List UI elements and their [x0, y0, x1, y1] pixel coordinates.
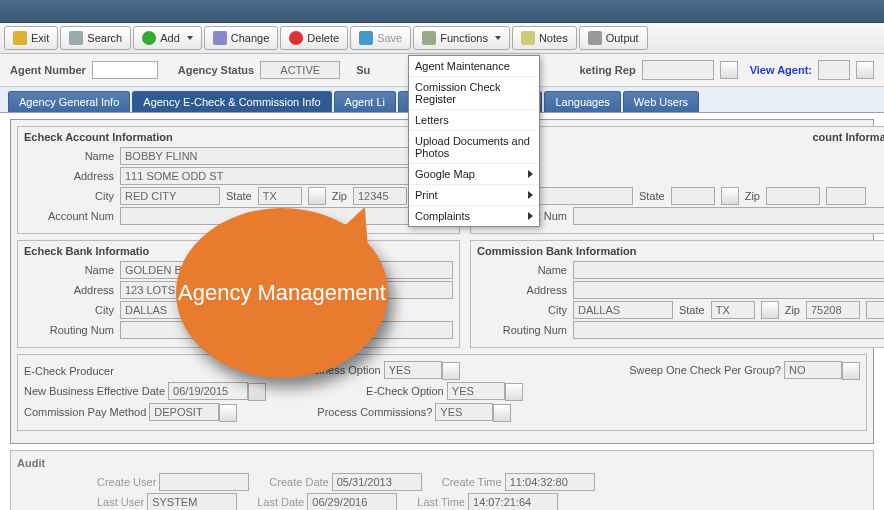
exit-button[interactable]: Exit — [4, 26, 58, 50]
menu-item-label: Comission Check Register — [415, 81, 533, 105]
search-label: Search — [87, 32, 122, 44]
process-comm-label: Process Commissions? — [317, 406, 432, 418]
notes-button[interactable]: Notes — [512, 26, 577, 50]
comm-account-state[interactable] — [671, 187, 715, 205]
chevron-down-icon[interactable] — [842, 362, 860, 380]
chevron-down-icon[interactable] — [442, 362, 460, 380]
menu-complaints[interactable]: Complaints — [409, 206, 539, 226]
chevron-down-icon[interactable] — [505, 383, 523, 401]
newbiz-option-select[interactable] — [384, 361, 442, 379]
chevron-down-icon — [187, 36, 193, 40]
tab-agency-general[interactable]: Agency General Info — [8, 91, 130, 112]
change-icon — [213, 31, 227, 45]
echeck-account-zip[interactable] — [353, 187, 407, 205]
last-user-label: Last User — [97, 496, 144, 508]
echeck-option-select[interactable] — [447, 382, 505, 400]
chevron-down-icon[interactable] — [720, 61, 738, 79]
city-label: City — [24, 190, 114, 202]
chevron-right-icon — [528, 212, 533, 220]
tab-agent-li[interactable]: Agent Li — [334, 91, 396, 112]
audit-title: Audit — [17, 457, 867, 469]
change-label: Change — [231, 32, 270, 44]
menu-agent-maintenance[interactable]: Agent Maintenance — [409, 56, 539, 77]
comm-bank-state[interactable] — [711, 301, 755, 319]
menu-commission-check-register[interactable]: Comission Check Register — [409, 77, 539, 110]
comm-bank-name[interactable] — [573, 261, 884, 279]
commission-bank-group: Commission Bank Information Name Address… — [470, 240, 884, 348]
create-date-value — [332, 473, 422, 491]
last-date-label: Last Date — [257, 496, 304, 508]
agent-number-label: Agent Number — [10, 64, 86, 76]
change-button[interactable]: Change — [204, 26, 279, 50]
comm-bank-address[interactable] — [573, 281, 884, 299]
menu-print[interactable]: Print — [409, 185, 539, 206]
chevron-right-icon — [528, 170, 533, 178]
commission-method-select[interactable] — [149, 403, 219, 421]
comm-bank-zip[interactable] — [806, 301, 860, 319]
menu-google-map[interactable]: Google Map — [409, 164, 539, 185]
tab-web-users[interactable]: Web Users — [623, 91, 699, 112]
process-comm-select[interactable] — [435, 403, 493, 421]
tab-agency-echeck[interactable]: Agency E-Check & Commission Info — [132, 91, 331, 112]
last-time-value — [468, 493, 558, 510]
comm-bank-city[interactable] — [573, 301, 673, 319]
echeck-account-name[interactable] — [120, 147, 453, 165]
calendar-icon[interactable] — [248, 383, 266, 401]
comm-account-num[interactable] — [573, 207, 884, 225]
view-agent-link[interactable]: View Agent: — [750, 64, 812, 76]
notes-icon — [521, 31, 535, 45]
echeck-account-address[interactable] — [120, 167, 453, 185]
state-label: State — [226, 190, 252, 202]
notes-label: Notes — [539, 32, 568, 44]
chevron-down-icon[interactable] — [761, 301, 779, 319]
name-label: Name — [24, 264, 114, 276]
echeck-account-title: Echeck Account Information — [24, 131, 453, 143]
output-button[interactable]: Output — [579, 26, 648, 50]
search-button[interactable]: Search — [60, 26, 131, 50]
save-button[interactable]: Save — [350, 26, 411, 50]
exit-label: Exit — [31, 32, 49, 44]
menu-upload-documents[interactable]: Upload Documents and Photos — [409, 131, 539, 164]
functions-button[interactable]: Functions — [413, 26, 510, 50]
echeck-account-city[interactable] — [120, 187, 220, 205]
newbiz-eff-label: New Business Effective Date — [24, 385, 165, 397]
marketing-rep-select[interactable] — [642, 60, 714, 80]
comm-account-zip4[interactable] — [826, 187, 866, 205]
marketing-rep-label-partial: keting Rep — [579, 64, 635, 76]
comm-bank-routing[interactable] — [573, 321, 884, 339]
functions-menu: Agent Maintenance Comission Check Regist… — [408, 55, 540, 227]
chevron-down-icon[interactable] — [219, 404, 237, 422]
comm-account-zip[interactable] — [766, 187, 820, 205]
menu-letters[interactable]: Letters — [409, 110, 539, 131]
name-label: Name — [24, 150, 114, 162]
add-button[interactable]: Add — [133, 26, 202, 50]
output-label: Output — [606, 32, 639, 44]
comm-bank-zip4[interactable] — [866, 301, 884, 319]
chevron-right-icon — [528, 191, 533, 199]
last-user-value — [147, 493, 237, 510]
commission-bank-title: Commission Bank Information — [477, 245, 884, 257]
city-label: City — [24, 304, 114, 316]
agent-number-input[interactable] — [92, 61, 158, 79]
commission-method-label: Commission Pay Method — [24, 406, 146, 418]
sweep-label: Sweep One Check Per Group? — [629, 364, 781, 376]
delete-icon — [289, 31, 303, 45]
chevron-down-icon[interactable] — [308, 187, 326, 205]
chevron-down-icon[interactable] — [856, 61, 874, 79]
chevron-down-icon[interactable] — [721, 187, 739, 205]
delete-button[interactable]: Delete — [280, 26, 348, 50]
view-agent-select[interactable] — [818, 60, 850, 80]
functions-icon — [422, 31, 436, 45]
callout-text: Agency Management — [178, 279, 386, 307]
city-label: City — [477, 304, 567, 316]
sweep-select[interactable] — [784, 361, 842, 379]
tab-languages[interactable]: Languages — [544, 91, 620, 112]
title-bar — [0, 0, 884, 23]
newbiz-eff-date[interactable] — [168, 382, 248, 400]
state-label: State — [679, 304, 705, 316]
routing-label: Routing Num — [24, 324, 114, 336]
main-toolbar: Exit Search Add Change Delete Save Funct… — [0, 23, 884, 54]
comm-account-city[interactable] — [533, 187, 633, 205]
chevron-down-icon[interactable] — [493, 404, 511, 422]
echeck-account-state[interactable] — [258, 187, 302, 205]
